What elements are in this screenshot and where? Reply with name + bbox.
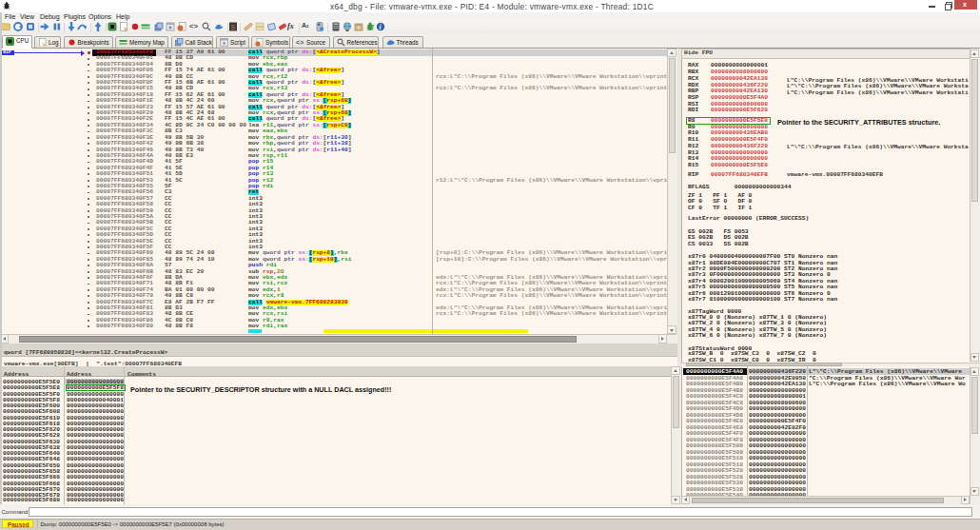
svg-text:S: S bbox=[230, 24, 235, 30]
svg-text:<>: <> bbox=[296, 39, 304, 47]
